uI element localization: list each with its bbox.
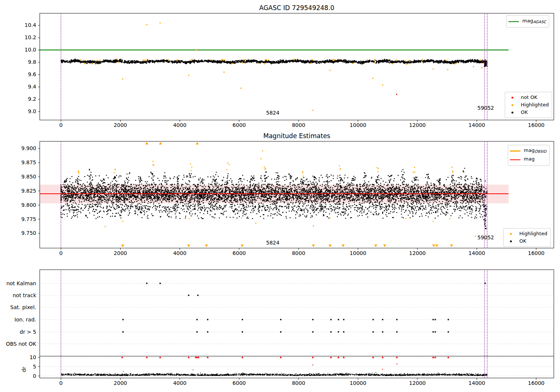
obsid-annotation: 59052: [477, 105, 494, 111]
legend-entry-mag-obsid: magOBSID: [510, 147, 546, 155]
dr-axis-label: dr: [21, 367, 27, 372]
x-tick-label: 14000: [469, 122, 485, 128]
x-tick-label: 12000: [409, 122, 426, 128]
dr-tick-label: 5: [33, 364, 36, 370]
plot2-canvas: 582459052 0 2000 4000 6000 8000 10000 12…: [40, 141, 554, 248]
dr-clipped-marker: [121, 356, 123, 358]
highlighted-dot-swatch: [505, 233, 516, 235]
legend-entry-highlighted: Highlighted: [505, 230, 547, 237]
clipped-low-marker: [432, 245, 435, 247]
highlighted-dot-swatch: [507, 104, 518, 106]
dr-tick-label: 10: [29, 354, 36, 360]
x-tick-label: 0: [59, 250, 63, 256]
clipped-low-marker: [383, 245, 386, 247]
y-tick-label: 9.4: [28, 84, 36, 90]
obsid-annotation: 5824: [266, 240, 280, 246]
legend-label: OK: [519, 237, 526, 245]
obsid-annotation: 5824: [266, 110, 280, 116]
x-tick-label: 0: [59, 380, 63, 386]
dr-clipped-marker: [396, 356, 398, 358]
clipped-low-marker: [205, 245, 208, 247]
clipped-low-marker: [329, 245, 332, 247]
clipped-low-marker: [312, 245, 315, 247]
dr-clipped-marker: [434, 356, 436, 358]
y-tick-label: 9.6: [28, 71, 36, 77]
dr-clipped-marker: [343, 356, 345, 358]
mag-obsid-line-swatch: [510, 150, 521, 152]
dr-clipped-marker: [207, 356, 209, 358]
x-tick-label: 16000: [528, 250, 545, 256]
highlighted-scatter: [81, 23, 483, 110]
flag-row-label: Ion. rad.: [15, 317, 36, 323]
clipped-low-marker: [342, 245, 345, 247]
legend-entry-mag: mag: [510, 155, 546, 164]
x-tick-label: 6000: [233, 122, 246, 128]
x-tick-label: 12000: [409, 380, 426, 386]
x-tick-label: 2000: [114, 380, 127, 386]
y-tick-label: 9.0: [28, 108, 36, 114]
y-tick-label: 9.850: [21, 174, 36, 180]
y-tick-label: 9.2: [28, 96, 36, 102]
legend-label: not OK: [521, 94, 537, 101]
dr-clipped-marker: [372, 356, 374, 358]
dr-trace: [61, 370, 487, 376]
plot2-title: Magnitude Estimates: [40, 132, 554, 140]
flag-row-label: not Kalman: [6, 280, 36, 286]
x-tick-label: 12000: [409, 250, 426, 256]
flag-row-label: Sat. pixel.: [10, 304, 36, 310]
x-tick-label: 14000: [469, 250, 485, 256]
dr-clipped-marker: [188, 356, 190, 358]
y-tick-label: 10.4: [25, 22, 36, 28]
legend-middle-classes: Highlighted OK: [503, 228, 551, 247]
dr-clipped-marker: [197, 356, 200, 358]
obsid-annotation: 59052: [477, 234, 494, 240]
mag-agasc-line-swatch: [508, 21, 519, 22]
legend-mag-agasc: magAGASC: [506, 15, 549, 28]
y-tick-label: 9.750: [21, 230, 36, 236]
clipped-low-marker: [374, 245, 377, 247]
ok-dot-swatch: [507, 112, 518, 113]
x-tick-label: 10000: [350, 380, 367, 386]
y-tick-label: 10.0: [25, 47, 36, 53]
legend-mag-lines: magOBSID mag: [508, 145, 550, 166]
clipped-high-marker: [159, 142, 162, 144]
y-tick-label: 9.800: [21, 202, 36, 208]
plot1-magnitudes-axes: 582459052 0 2000 4000 6000 8000 10000 12…: [40, 13, 554, 120]
figure: AGASC ID 729549248.0 Magnitude Estimates…: [0, 0, 560, 392]
dr-clipped-marker: [337, 356, 340, 358]
x-tick-label: 2000: [114, 122, 127, 128]
legend-label: Highlighted: [521, 101, 549, 109]
x-tick-label: 16000: [528, 380, 545, 386]
legend-top-classes: not OK Highlighted OK: [505, 92, 552, 118]
legend-entry-highlighted: Highlighted: [507, 101, 549, 109]
plot3-canvas: not Kalmannot trackSat. pixel.Ion. rad.d…: [40, 270, 554, 378]
y-tick-label: 9.775: [21, 216, 36, 222]
dr-clipped-marker: [280, 356, 282, 358]
y-tick-label: 9.8: [28, 59, 36, 65]
mag-line-swatch: [510, 159, 521, 160]
x-tick-label: 2000: [114, 250, 127, 256]
x-tick-label: 6000: [233, 380, 246, 386]
flag-row-label: OBS not OK: [6, 341, 37, 347]
ok-dot-swatch: [505, 240, 516, 242]
y-tick-label: 10.2: [25, 34, 36, 40]
x-tick-label: 6000: [233, 250, 246, 256]
not-ok-dot-swatch: [507, 97, 518, 99]
clipped-low-marker: [121, 245, 124, 247]
clipped-high-marker: [196, 142, 199, 144]
axes-frame: [40, 13, 554, 120]
dr-clipped-marker: [242, 356, 244, 358]
legend-entry-mag-agasc: magAGASC: [508, 17, 546, 26]
x-tick-label: 8000: [292, 380, 305, 386]
y-tick-label: 9.825: [21, 188, 36, 194]
x-tick-label: 8000: [292, 122, 305, 128]
axes-frame: [40, 270, 554, 378]
plot2-magnitude-estimates-axes: 582459052 0 2000 4000 6000 8000 10000 12…: [40, 141, 554, 248]
x-tick-label: 10000: [350, 122, 367, 128]
clipped-low-marker: [450, 245, 453, 247]
legend-label: OK: [521, 109, 528, 116]
legend-entry-not-ok: not OK: [507, 94, 549, 101]
x-tick-label: 16000: [528, 122, 545, 128]
x-tick-label: 4000: [173, 122, 187, 128]
dr-clipped-marker: [432, 356, 434, 358]
